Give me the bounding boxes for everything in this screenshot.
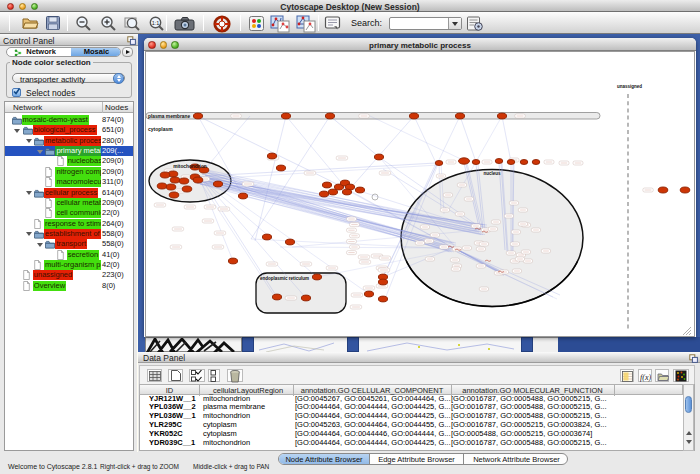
svg-text:cytoplasm: cytoplasm (148, 126, 173, 132)
svg-text:nucleus: nucleus (483, 171, 501, 176)
svg-text:mitochondrion: mitochondrion (173, 164, 207, 169)
svg-text:unassigned: unassigned (617, 84, 642, 89)
svg-text:endoplasmic reticulum: endoplasmic reticulum (260, 276, 309, 281)
svg-text:plasma membrane: plasma membrane (148, 114, 190, 119)
svg-text:1:1: 1:1 (152, 20, 160, 26)
svg-text:f(x): f(x) (640, 373, 651, 382)
